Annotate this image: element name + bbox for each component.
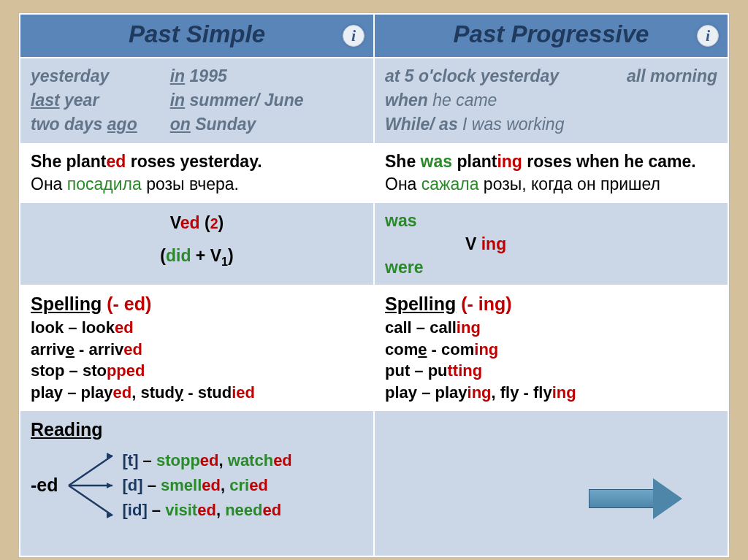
spelling-ing: Spelling (- ing) call – calling come - c…	[374, 285, 728, 410]
example-ru: Она посадила розы вчера.	[31, 173, 363, 196]
spelling-line: stop – stopped	[31, 360, 363, 382]
formula-was: was	[385, 209, 717, 232]
spelling-line: come - coming	[385, 339, 717, 361]
marker: at 5 o'clock yesterdayall morning	[385, 64, 717, 88]
header-past-simple: Past Simple i	[20, 14, 374, 58]
svg-line-0	[69, 456, 112, 486]
spelling-line: arrive - arrived	[31, 339, 363, 361]
reading-block: Reading -ed [t] – stopped, watched [d] –…	[20, 410, 374, 556]
spelling-suffix: (- ed)	[102, 294, 151, 314]
example-en: She was planting roses when he came.	[385, 150, 717, 173]
spelling-title: Spelling	[31, 294, 102, 314]
spelling-line: put – putting	[385, 360, 717, 382]
reading-row: [d] – smelled, cried	[123, 473, 292, 498]
formula-line: Ved (2)	[170, 213, 224, 233]
marker: two days ago	[31, 112, 137, 137]
time-markers-simple: yesterday last year two days ago in 1995…	[20, 58, 374, 144]
comparison-table: Past Simple i Past Progressive i yesterd…	[19, 13, 729, 557]
spelling-line: play – played, study - studied	[31, 382, 363, 404]
svg-marker-4	[107, 483, 112, 488]
marker: in summer/ June	[170, 88, 304, 112]
spelling-title: Spelling	[385, 294, 456, 314]
reading-title: Reading	[31, 417, 363, 442]
marker: While/ as I was working	[385, 112, 717, 137]
formula-were: were	[385, 256, 717, 279]
example-simple: She planted roses yesterday. Она посадил…	[20, 144, 374, 202]
reading-row: [id] – visited, needed	[123, 498, 292, 523]
marker: last year	[31, 88, 137, 112]
next-arrow-icon[interactable]	[589, 478, 684, 519]
slide: Past Simple i Past Progressive i yesterd…	[18, 12, 730, 548]
info-icon[interactable]: i	[697, 25, 719, 47]
header-title: Past Simple	[129, 20, 265, 47]
reading-row: [t] – stopped, watched	[123, 448, 292, 473]
marker: in 1995	[170, 64, 304, 88]
spelling-ed: Spelling (- ed) look – looked arrive - a…	[20, 285, 374, 410]
spelling-line: play – playing, fly - flying	[385, 382, 717, 404]
marker: yesterday	[31, 64, 137, 88]
formula-ving: V ing	[385, 232, 717, 256]
spelling-line: look – looked	[31, 317, 363, 339]
svg-line-2	[69, 486, 112, 515]
example-en: She planted roses yesterday.	[31, 150, 363, 173]
branch-icon	[64, 445, 117, 526]
formula-line: (did + V1)	[160, 246, 233, 269]
marker: on Sunday	[170, 112, 304, 137]
header-title: Past Progressive	[454, 20, 649, 47]
spelling-suffix: (- ing)	[456, 294, 511, 314]
spelling-line: call – calling	[385, 317, 717, 339]
time-markers-progressive: at 5 o'clock yesterdayall morning when h…	[374, 58, 728, 144]
ed-label: -ed	[31, 472, 58, 498]
info-icon[interactable]: i	[343, 25, 365, 47]
formula-progressive: was V ing were	[374, 202, 728, 286]
example-ru: Она сажала розы, когда он пришел	[385, 173, 717, 196]
empty-cell-arrow	[374, 410, 728, 556]
header-past-progressive: Past Progressive i	[374, 14, 728, 58]
marker: when he came	[385, 88, 717, 112]
formula-simple: Ved (2) (did + V1)	[20, 202, 374, 286]
example-progressive: She was planting roses when he came. Она…	[374, 144, 728, 202]
